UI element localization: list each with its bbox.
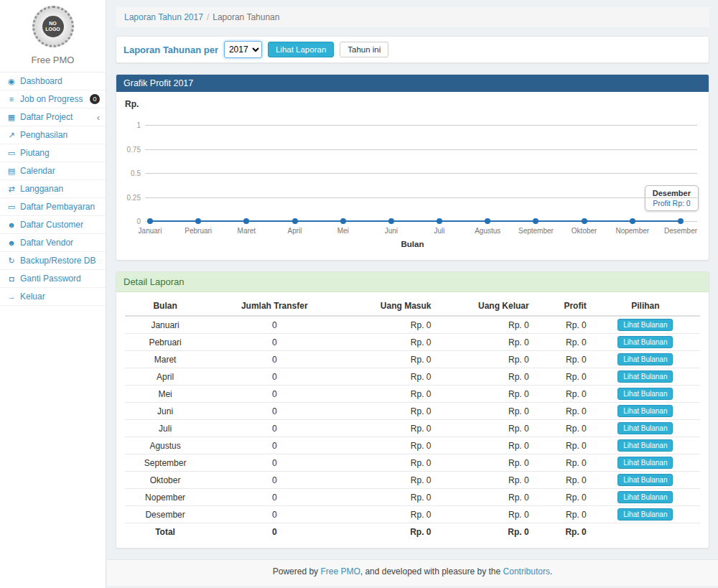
uang-masuk-cell: Rp. 0: [343, 420, 435, 437]
chart-tooltip-value: Profit Rp: 0: [653, 199, 691, 207]
data-point-april[interactable]: [292, 218, 298, 224]
profit-cell: Rp. 0: [533, 437, 591, 454]
table-row: Oktober0Rp. 0Rp. 0Rp. 0Lihat Bulanan: [125, 472, 700, 489]
data-point-maret[interactable]: [243, 218, 249, 224]
breadcrumb: Laporan Tahun 2017/Laporan Tahunan: [116, 7, 709, 27]
data-point-juni[interactable]: [388, 218, 394, 224]
jumlah-transfer-cell: 0: [205, 437, 343, 454]
breadcrumb-separator: /: [207, 12, 209, 22]
breadcrumb-link-laporan-tahun[interactable]: Laporan Tahun 2017: [124, 12, 203, 22]
logo-area: NO LOGO: [0, 0, 106, 50]
sidebar-item-label: Daftar Pembayaran: [20, 202, 100, 212]
chart-gridline: [145, 197, 697, 198]
uang-masuk-cell: Rp. 0: [343, 437, 435, 454]
uang-keluar-cell: Rp. 0: [436, 368, 533, 386]
lihat-bulanan-button[interactable]: Lihat Bulanan: [617, 439, 673, 452]
lihat-bulanan-button[interactable]: Lihat Bulanan: [617, 319, 673, 331]
profit-cell: Rp. 0: [533, 368, 591, 386]
year-select[interactable]: 2017: [224, 41, 262, 58]
sidebar-item-label: Keluar: [20, 291, 100, 302]
tasks-icon: ≡: [6, 95, 17, 103]
profit-cell: Rp. 0: [533, 316, 591, 334]
data-point-agustus[interactable]: [485, 218, 490, 224]
data-point-pebruari[interactable]: [195, 218, 201, 224]
contributors-link[interactable]: Contributors: [503, 566, 550, 577]
col-header-jumlah-transfer: Jumlah Transfer: [205, 297, 343, 316]
pilihan-cell: Lihat Bulanan: [591, 334, 700, 351]
data-point-mei[interactable]: [340, 218, 346, 224]
table-row: Mei0Rp. 0Rp. 0Rp. 0Lihat Bulanan: [125, 386, 700, 403]
lihat-bulanan-button[interactable]: Lihat Bulanan: [617, 336, 673, 348]
uang-masuk-cell: Rp. 0: [343, 454, 435, 472]
lihat-bulanan-button[interactable]: Lihat Bulanan: [617, 405, 673, 417]
profit-cell: Rp. 0: [533, 334, 591, 351]
data-point-september[interactable]: [533, 218, 538, 224]
jumlah-transfer-cell: 0: [205, 368, 343, 386]
jumlah-transfer-cell: 0: [205, 420, 343, 437]
sidebar-item-daftar-vendor[interactable]: ☻Daftar Vendor: [0, 234, 106, 252]
tahun-ini-button[interactable]: Tahun ini: [340, 42, 388, 57]
lihat-bulanan-button[interactable]: Lihat Bulanan: [617, 457, 673, 469]
filter-label: Laporan Tahunan per: [123, 45, 218, 55]
sidebar-item-label: Daftar Vendor: [20, 238, 100, 248]
table-row: April0Rp. 0Rp. 0Rp. 0Lihat Bulanan: [125, 368, 700, 386]
sidebar-item-job-on-progress[interactable]: ≡Job on Progress0: [0, 90, 106, 108]
sidebar-item-backup-restore-db[interactable]: ↻Backup/Restore DB: [0, 252, 106, 270]
data-point-juli[interactable]: [437, 218, 442, 224]
sidebar-item-langganan[interactable]: ⇄Langganan: [0, 180, 106, 198]
data-point-oktober[interactable]: [582, 218, 587, 224]
x-axis-tick-label: April: [270, 227, 320, 235]
sidebar-item-dashboard[interactable]: ◉Dashboard: [0, 73, 106, 90]
y-axis-tick-label: 0: [118, 218, 141, 225]
sidebar-item-ganti-password[interactable]: ◘Ganti Password: [0, 270, 106, 288]
table-row: Januari0Rp. 0Rp. 0Rp. 0Lihat Bulanan: [125, 316, 700, 334]
lihat-bulanan-button[interactable]: Lihat Bulanan: [617, 353, 673, 365]
uang-keluar-cell: Rp. 0: [436, 386, 533, 403]
laporan-table: Bulan Jumlah Transfer Uang Masuk Uang Ke…: [125, 297, 700, 541]
sidebar-item-calendar[interactable]: ▤Calendar: [0, 162, 106, 180]
uang-masuk-cell: Rp. 0: [343, 316, 435, 334]
sidebar-item-daftar-project[interactable]: ▦Daftar Project‹: [0, 108, 106, 126]
table-icon: ▦: [6, 113, 17, 122]
sidebar-item-label: Penghasilan: [20, 130, 100, 140]
sidebar-item-daftar-customer[interactable]: ☻Daftar Customer: [0, 216, 106, 234]
lihat-bulanan-button[interactable]: Lihat Bulanan: [617, 508, 673, 521]
no-logo-line1: NO: [49, 21, 57, 27]
bulan-cell: Januari: [125, 316, 205, 334]
data-point-desember[interactable]: [678, 218, 684, 224]
uang-masuk-cell: Rp. 0: [343, 472, 435, 489]
col-header-uang-masuk: Uang Masuk: [343, 297, 435, 316]
lihat-bulanan-button[interactable]: Lihat Bulanan: [617, 491, 673, 503]
jumlah-transfer-cell: 0: [205, 489, 343, 506]
sidebar-item-keluar[interactable]: →Keluar: [0, 288, 106, 306]
lihat-laporan-button[interactable]: Lihat Laporan: [268, 42, 334, 57]
y-axis-tick-label: 1: [118, 121, 141, 129]
data-point-nopember[interactable]: [630, 218, 635, 224]
sidebar-item-piutang[interactable]: ▭Piutang: [0, 144, 106, 162]
x-axis-tick-label: Agustus: [462, 227, 513, 235]
sidebar-item-daftar-pembayaran[interactable]: ▭Daftar Pembayaran: [0, 198, 106, 216]
sidebar-item-penghasilan[interactable]: ↗Penghasilan: [0, 126, 106, 144]
free-pmo-link[interactable]: Free PMO: [320, 566, 360, 577]
detail-laporan-panel: Detail Laporan Bulan Jumlah Transfer Uan…: [116, 271, 709, 549]
profit-cell: Rp. 0: [533, 454, 591, 472]
total-profit-cell: Rp. 0: [533, 523, 591, 541]
jumlah-transfer-cell: 0: [205, 386, 343, 403]
profit-line-segment: [246, 220, 294, 222]
lihat-bulanan-button[interactable]: Lihat Bulanan: [617, 388, 673, 400]
users-icon: ☻: [6, 238, 17, 247]
lihat-bulanan-button[interactable]: Lihat Bulanan: [617, 422, 673, 434]
profit-line-segment: [391, 220, 439, 222]
profit-line-segment: [439, 220, 488, 222]
page-footer: Powered by Free PMO, and developed with …: [107, 559, 718, 586]
data-point-januari[interactable]: [147, 218, 153, 224]
bulan-cell: September: [125, 454, 205, 472]
profit-line-segment: [488, 220, 536, 222]
uang-masuk-cell: Rp. 0: [343, 403, 435, 420]
lihat-bulanan-button[interactable]: Lihat Bulanan: [617, 474, 673, 486]
jumlah-transfer-cell: 0: [205, 403, 343, 420]
table-row: September0Rp. 0Rp. 0Rp. 0Lihat Bulanan: [125, 454, 700, 472]
x-axis-tick-label: Juni: [366, 227, 416, 235]
uang-masuk-cell: Rp. 0: [343, 506, 435, 523]
lihat-bulanan-button[interactable]: Lihat Bulanan: [617, 370, 673, 383]
